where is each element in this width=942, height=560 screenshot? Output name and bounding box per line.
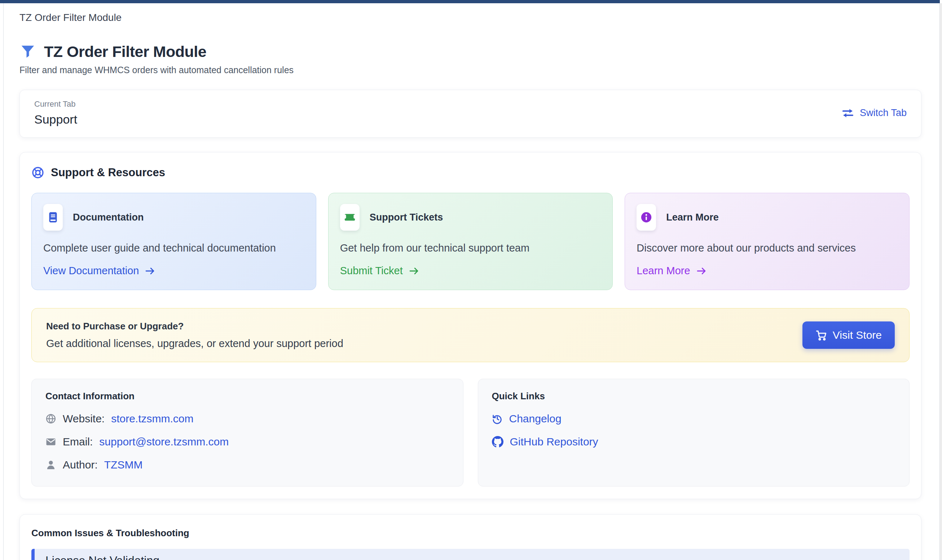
breadcrumb: TZ Order Filter Module (20, 12, 922, 23)
envelope-icon (45, 436, 56, 447)
documentation-description: Complete user guide and technical docume… (43, 242, 304, 254)
support-section-header: Support & Resources (31, 166, 910, 179)
changelog-link[interactable]: Changelog (509, 412, 561, 425)
learn-more-title: Learn More (666, 212, 719, 223)
website-label: Website: (63, 412, 105, 425)
email-link[interactable]: support@store.tzsmm.com (99, 436, 229, 448)
arrow-right-icon (409, 267, 419, 275)
support-tickets-description: Get help from our technical support team (340, 242, 601, 254)
page-subtitle: Filter and manage WHMCS orders with auto… (20, 65, 922, 75)
documentation-title: Documentation (73, 212, 144, 223)
quick-links-title: Quick Links (492, 391, 896, 402)
website-link[interactable]: store.tzsmm.com (111, 412, 193, 425)
github-repository-link[interactable]: GitHub Repository (510, 436, 598, 448)
top-accent-bar (0, 0, 940, 3)
quick-links-panel: Quick Links Changelog GitHu (478, 379, 910, 486)
current-tab-info: Current Tab Support (34, 100, 77, 126)
contact-information-title: Contact Information (45, 391, 449, 402)
learn-more-link[interactable]: Learn More (637, 265, 898, 277)
support-tickets-title: Support Tickets (370, 212, 443, 223)
troubleshooting-card: Common Issues & Troubleshooting License … (20, 514, 922, 560)
github-row: GitHub Repository (492, 436, 896, 448)
life-ring-icon (31, 166, 44, 179)
user-icon (45, 460, 56, 470)
view-documentation-link[interactable]: View Documentation (43, 265, 304, 277)
history-icon (492, 413, 503, 424)
exchange-arrows-icon (841, 108, 855, 118)
email-label: Email: (63, 436, 93, 448)
submit-ticket-link[interactable]: Submit Ticket (340, 265, 601, 277)
info-circle-icon (637, 204, 656, 231)
author-label: Author: (63, 459, 98, 471)
page-header: TZ Order Filter Module (20, 43, 922, 60)
purchase-banner-title: Need to Purchase or Upgrade? (46, 321, 343, 332)
current-tab-card: Current Tab Support Switch Tab (20, 90, 922, 138)
learn-more-card: Learn More Discover more about our produ… (624, 193, 910, 290)
support-section-title: Support & Resources (51, 166, 165, 179)
email-row: Email: support@store.tzsmm.com (45, 436, 449, 448)
shopping-cart-icon (816, 329, 827, 341)
author-row: Author: TZSMM (45, 459, 449, 471)
ticket-icon (340, 204, 359, 231)
filter-funnel-icon (20, 44, 36, 60)
troubleshooting-title: Common Issues & Troubleshooting (31, 528, 910, 539)
page-title: TZ Order Filter Module (44, 43, 206, 60)
purchase-banner: Need to Purchase or Upgrade? Get additio… (31, 308, 910, 362)
issue-license-not-validating: License Not Validating Ensure your serve… (31, 549, 910, 560)
scrollbar-gutter[interactable] (940, 3, 942, 560)
arrow-right-icon (696, 267, 707, 275)
support-tickets-card: Support Tickets Get help from our techni… (328, 193, 613, 290)
website-row: Website: store.tzsmm.com (45, 412, 449, 425)
current-tab-label: Current Tab (34, 100, 77, 109)
github-icon (492, 436, 503, 448)
info-panels-row: Contact Information Website: store.tzsmm… (31, 379, 910, 486)
documentation-card: Documentation Complete user guide and te… (31, 193, 316, 290)
switch-tab-label: Switch Tab (860, 108, 907, 118)
content-area: TZ Order Filter Module TZ Order Filter M… (3, 3, 940, 560)
contact-information-panel: Contact Information Website: store.tzsmm… (31, 379, 463, 486)
support-resources-card: Support & Resources Documentation Comple… (20, 152, 922, 499)
switch-tab-link[interactable]: Switch Tab (841, 108, 907, 118)
resource-cards-row: Documentation Complete user guide and te… (31, 193, 910, 290)
arrow-right-icon (145, 267, 156, 275)
book-icon (43, 204, 63, 231)
learn-more-description: Discover more about our products and ser… (637, 242, 898, 254)
current-tab-value: Support (34, 112, 77, 126)
purchase-banner-description: Get additional licenses, upgrades, or ex… (46, 338, 343, 349)
visit-store-button[interactable]: Visit Store (802, 322, 895, 349)
author-link[interactable]: TZSMM (104, 459, 143, 471)
globe-icon (45, 413, 56, 424)
changelog-row: Changelog (492, 412, 896, 425)
